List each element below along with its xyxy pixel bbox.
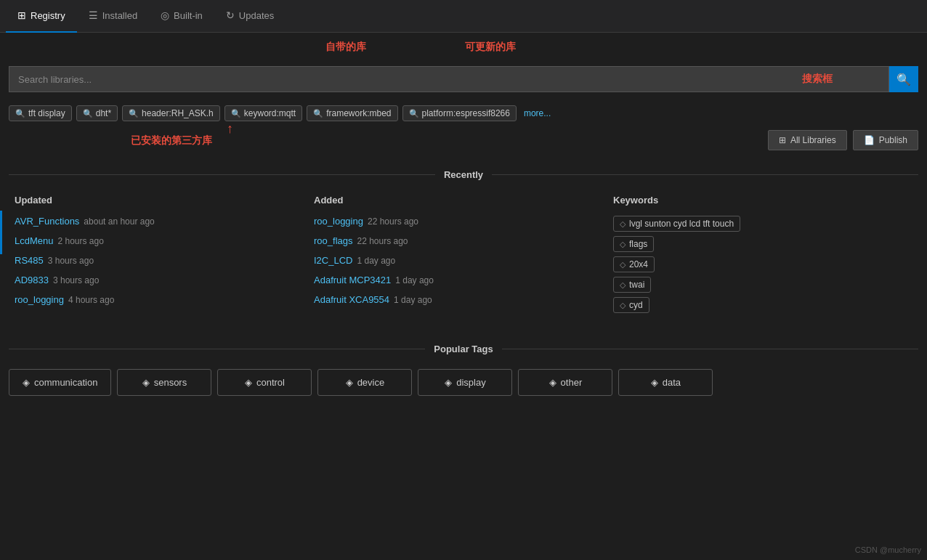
keyword-label-0: lvgl sunton cyd lcd tft touch bbox=[629, 219, 734, 229]
popular-tag-device[interactable]: ◈ device bbox=[317, 369, 412, 396]
tab-updates[interactable]: ↻ Updates bbox=[214, 0, 286, 33]
added-title: Added bbox=[314, 195, 613, 206]
roo-logging-updated-link[interactable]: roo_logging bbox=[15, 294, 64, 305]
filter-label-3: keyword:mqtt bbox=[244, 108, 296, 118]
popular-tags-divider: Popular Tags bbox=[0, 338, 927, 360]
popular-tag-icon-4: ◈ bbox=[445, 377, 452, 388]
popular-tag-label-4: display bbox=[456, 377, 485, 388]
i2c-lcd-time: 1 day ago bbox=[357, 256, 395, 266]
keyword-tag-3[interactable]: ◇ twai bbox=[613, 277, 651, 293]
filter-framework[interactable]: 🔍 framework:mbed bbox=[307, 105, 397, 121]
popular-tag-label-1: sensors bbox=[154, 377, 187, 388]
recently-title: Recently bbox=[444, 169, 483, 180]
popular-tag-control[interactable]: ◈ control bbox=[217, 369, 312, 396]
keyword-label-3: twai bbox=[629, 280, 644, 290]
filter-icon-2: 🔍 bbox=[129, 109, 139, 118]
rs485-time: 3 hours ago bbox=[48, 256, 94, 266]
keyword-tag-1[interactable]: ◇ flags bbox=[613, 236, 654, 252]
adafruit-xca9554-time: 1 day ago bbox=[394, 295, 432, 305]
filter-label-2: header:RH_ASK.h bbox=[142, 108, 214, 118]
search-input[interactable] bbox=[9, 67, 888, 92]
more-filters-link[interactable]: more... bbox=[524, 108, 551, 118]
tag-icon-4: ◇ bbox=[620, 301, 626, 310]
keywords-title: Keywords bbox=[613, 195, 912, 206]
adafruit-mcp3421-time: 1 day ago bbox=[395, 275, 434, 285]
popular-tag-icon-1: ◈ bbox=[142, 377, 150, 388]
keyword-tag-2[interactable]: ◇ 20x4 bbox=[613, 256, 655, 272]
keyword-label-4: cyd bbox=[629, 300, 643, 310]
popular-tag-label-3: device bbox=[357, 377, 385, 388]
list-item: roo_logging 22 hours ago bbox=[314, 216, 613, 227]
popular-tag-communication[interactable]: ◈ communication bbox=[9, 369, 111, 396]
filter-tft-display[interactable]: 🔍 tft display bbox=[9, 105, 72, 121]
popular-divider-left bbox=[9, 349, 425, 349]
list-item: roo_flags 22 hours ago bbox=[314, 235, 613, 246]
keywords-col: Keywords ◇ lvgl sunton cyd lcd tft touch… bbox=[613, 195, 912, 317]
popular-tag-icon-2: ◈ bbox=[245, 377, 252, 388]
tab-builtin[interactable]: ◎ Built-in bbox=[149, 0, 214, 33]
popular-tag-label-0: communication bbox=[34, 377, 97, 388]
list-item: RS485 3 hours ago bbox=[15, 255, 314, 266]
tab-updates-label: Updates bbox=[239, 10, 274, 21]
all-libraries-button[interactable]: ⊞ All Libraries bbox=[768, 130, 847, 150]
ad9833-link[interactable]: AD9833 bbox=[15, 275, 49, 285]
roo-flags-link[interactable]: roo_flags bbox=[314, 235, 352, 246]
filter-platform[interactable]: 🔍 platform:espressif8266 bbox=[402, 105, 517, 121]
all-libraries-label: All Libraries bbox=[790, 135, 836, 145]
installed-annotation: 已安装的第三方库 bbox=[131, 134, 212, 147]
tag-icon-2: ◇ bbox=[620, 260, 626, 269]
popular-tag-sensors[interactable]: ◈ sensors bbox=[117, 369, 211, 396]
popular-tag-label-5: other bbox=[561, 377, 583, 388]
popular-tag-data[interactable]: ◈ data bbox=[618, 369, 713, 396]
added-col: Added roo_logging 22 hours ago roo_flags… bbox=[314, 195, 613, 317]
roo-flags-time: 22 hours ago bbox=[357, 236, 408, 246]
builtin-icon: ◎ bbox=[161, 9, 169, 21]
keyword-tag-4[interactable]: ◇ cyd bbox=[613, 297, 649, 313]
filter-header[interactable]: 🔍 header:RH_ASK.h bbox=[122, 105, 220, 121]
tab-registry-label: Registry bbox=[31, 10, 65, 21]
tag-icon-0: ◇ bbox=[620, 219, 626, 229]
keyword-label-1: flags bbox=[629, 239, 647, 249]
updates-icon: ↻ bbox=[226, 9, 235, 21]
filter-dht[interactable]: 🔍 dht* bbox=[76, 105, 118, 121]
updates-annotation: 可更新的库 bbox=[465, 41, 516, 54]
tab-builtin-label: Built-in bbox=[174, 10, 203, 21]
filter-icon-3: 🔍 bbox=[231, 109, 241, 118]
rs485-link[interactable]: RS485 bbox=[15, 255, 44, 266]
search-button[interactable]: 🔍 bbox=[889, 66, 918, 92]
publish-label: Publish bbox=[879, 135, 907, 145]
list-item: Adafruit MCP3421 1 day ago bbox=[314, 275, 613, 285]
active-indicator bbox=[0, 211, 2, 254]
filter-label-4: framework:mbed bbox=[326, 108, 391, 118]
tag-icon-3: ◇ bbox=[620, 280, 626, 290]
updated-title: Updated bbox=[15, 195, 314, 206]
tag-icon-1: ◇ bbox=[620, 240, 626, 249]
list-item: AVR_Functions about an hour ago bbox=[15, 216, 314, 227]
avr-functions-link[interactable]: AVR_Functions bbox=[15, 216, 79, 227]
popular-tags-grid: ◈ communication ◈ sensors ◈ control ◈ de… bbox=[0, 360, 927, 405]
tab-registry[interactable]: ⊞ Registry bbox=[6, 0, 77, 33]
search-icon: 🔍 bbox=[896, 73, 911, 86]
tab-installed[interactable]: ☰ Installed bbox=[77, 0, 149, 33]
popular-tag-display[interactable]: ◈ display bbox=[418, 369, 512, 396]
filter-icon-1: 🔍 bbox=[83, 109, 93, 118]
i2c-lcd-link[interactable]: I2C_LCD bbox=[314, 255, 352, 266]
list-item: AD9833 3 hours ago bbox=[15, 275, 314, 285]
updated-col: Updated AVR_Functions about an hour ago … bbox=[15, 195, 314, 317]
popular-divider-right bbox=[502, 349, 918, 349]
filter-keyword[interactable]: 🔍 keyword:mqtt bbox=[224, 105, 302, 121]
builtin-annotation: 自带的库 bbox=[325, 41, 366, 54]
tab-bar: ⊞ Registry ☰ Installed ◎ Built-in ↻ Upda… bbox=[0, 0, 927, 33]
keyword-tag-0[interactable]: ◇ lvgl sunton cyd lcd tft touch bbox=[613, 216, 740, 232]
roo-logging-added-link[interactable]: roo_logging bbox=[314, 216, 363, 227]
adafruit-mcp3421-link[interactable]: Adafruit MCP3421 bbox=[314, 275, 391, 285]
list-item: I2C_LCD 1 day ago bbox=[314, 255, 613, 266]
search-area: 搜索框 🔍 bbox=[0, 59, 927, 100]
filter-icon-0: 🔍 bbox=[15, 109, 25, 118]
roo-logging-updated-time: 4 hours ago bbox=[68, 295, 114, 305]
popular-tag-icon-6: ◈ bbox=[651, 377, 658, 388]
publish-button[interactable]: 📄 Publish bbox=[853, 130, 918, 150]
adafruit-xca9554-link[interactable]: Adafruit XCA9554 bbox=[314, 294, 389, 305]
lcdmenu-link[interactable]: LcdMenu bbox=[15, 235, 53, 246]
popular-tag-other[interactable]: ◈ other bbox=[518, 369, 612, 396]
